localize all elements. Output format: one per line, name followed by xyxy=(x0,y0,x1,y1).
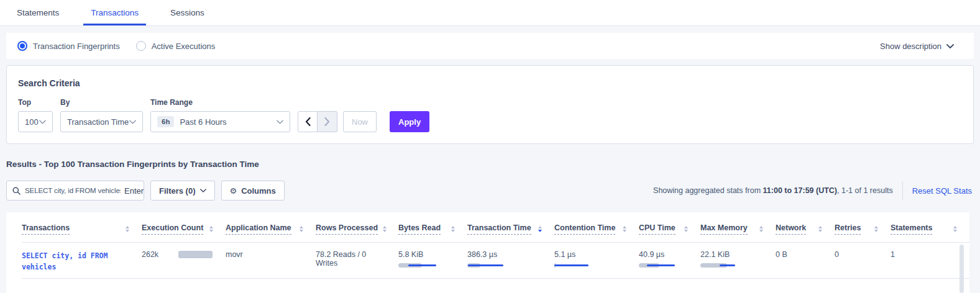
rows-processed-value: 78.2 Reads / 0 Writes xyxy=(316,250,366,268)
chevron-down-icon xyxy=(39,120,46,124)
radio-selected-icon xyxy=(17,41,27,51)
column-header-statements[interactable]: Statements xyxy=(891,223,932,235)
column-header-bytes-read[interactable]: Bytes Read xyxy=(398,223,441,235)
time-range-value: Past 6 Hours xyxy=(180,117,226,127)
contention-time-value: 5.1 µs xyxy=(554,250,626,259)
sort-icon[interactable] xyxy=(623,226,626,232)
show-description-toggle[interactable]: Show description xyxy=(880,42,963,51)
sort-icon[interactable] xyxy=(953,226,957,232)
chevron-down-icon xyxy=(277,120,283,124)
sort-icon[interactable] xyxy=(451,226,455,232)
show-description-label: Show description xyxy=(880,42,941,51)
radio-transaction-fingerprints[interactable]: Transaction Fingerprints xyxy=(17,41,120,51)
filters-button[interactable]: Filters (0) xyxy=(150,181,215,201)
sort-icon[interactable] xyxy=(818,226,822,232)
by-label: By xyxy=(60,98,143,107)
application-name-value: movr xyxy=(226,250,243,259)
cpu-time-value: 40.9 µs xyxy=(639,250,688,259)
search-input[interactable] xyxy=(25,187,121,194)
table-row: SELECT city, id FROM vehicles 262k movr … xyxy=(22,242,969,278)
execution-count-value: 262k xyxy=(142,250,173,259)
chevron-down-icon xyxy=(129,120,136,124)
now-button[interactable]: Now xyxy=(343,111,377,132)
search-criteria-title: Search Criteria xyxy=(18,78,962,88)
contention-time-bar xyxy=(554,263,594,268)
column-header-max-memory[interactable]: Max Memory xyxy=(700,223,748,235)
transaction-time-value: 386.3 µs xyxy=(467,250,542,259)
time-range-label: Time Range xyxy=(150,98,290,107)
column-header-network[interactable]: Network xyxy=(776,223,806,235)
gear-icon: ⚙ xyxy=(230,186,237,196)
max-memory-bar xyxy=(700,263,740,268)
transaction-query-link[interactable]: SELECT city, id FROM vehicles xyxy=(22,250,124,273)
top-select[interactable]: 100 xyxy=(18,111,53,132)
columns-label: Columns xyxy=(241,186,276,196)
retries-value: 0 xyxy=(835,250,839,259)
network-value: 0 B xyxy=(776,250,787,259)
table-scrollbar[interactable] xyxy=(959,245,964,293)
bytes-read-value: 5.8 KiB xyxy=(398,250,455,259)
aggregated-stats-text: Showing aggregated stats from 11:00 to 1… xyxy=(653,186,893,195)
sort-icon[interactable] xyxy=(300,226,303,232)
by-select-value: Transaction Time xyxy=(67,117,129,127)
bytes-read-bar xyxy=(398,263,438,268)
sort-icon[interactable] xyxy=(126,226,129,232)
tab-sessions[interactable]: Sessions xyxy=(163,0,212,25)
transaction-time-bar xyxy=(467,263,507,268)
statements-value: 1 xyxy=(891,250,895,259)
search-criteria-panel: Search Criteria Top 100 By Transaction T… xyxy=(6,65,974,144)
radio-active-executions[interactable]: Active Executions xyxy=(136,41,216,51)
column-header-cpu-time[interactable]: CPU Time xyxy=(639,223,675,235)
sort-icon[interactable] xyxy=(383,226,387,232)
chevron-right-icon xyxy=(324,117,330,126)
radio-unselected-icon xyxy=(136,41,146,51)
cpu-time-bar xyxy=(639,263,679,268)
filters-label: Filters (0) xyxy=(159,186,196,196)
sort-icon[interactable] xyxy=(759,226,763,232)
column-header-application-name[interactable]: Application Name xyxy=(226,223,291,235)
view-toggle-bar: Transaction Fingerprints Active Executio… xyxy=(6,33,974,59)
column-header-rows-processed[interactable]: Rows Processed xyxy=(316,223,378,235)
time-range-prev-button[interactable] xyxy=(298,111,318,132)
time-range-badge: 6h xyxy=(157,116,174,127)
sort-icon[interactable] xyxy=(209,226,213,232)
radio-label: Active Executions xyxy=(152,42,216,51)
by-select[interactable]: Transaction Time xyxy=(60,111,143,132)
chevron-down-icon xyxy=(200,189,206,192)
time-range-select[interactable]: 6h Past 6 Hours xyxy=(150,111,290,132)
results-controls: Enter Filters (0) ⚙ Columns Showing aggr… xyxy=(6,181,974,201)
sort-icon[interactable] xyxy=(874,226,878,232)
columns-button[interactable]: ⚙ Columns xyxy=(221,181,285,201)
sort-icon[interactable] xyxy=(684,226,688,232)
tab-statements[interactable]: Statements xyxy=(9,0,66,25)
chevron-down-icon xyxy=(946,44,954,48)
column-header-execution-count[interactable]: Execution Count xyxy=(142,223,203,235)
column-header-contention-time[interactable]: Contention Time xyxy=(554,223,615,235)
divider xyxy=(902,181,903,200)
execution-count-bar xyxy=(178,251,213,258)
sql-search-box[interactable]: Enter xyxy=(6,181,144,201)
search-submit[interactable]: Enter xyxy=(124,186,144,196)
apply-button[interactable]: Apply xyxy=(390,111,429,132)
radio-label: Transaction Fingerprints xyxy=(33,42,120,51)
top-select-value: 100 xyxy=(25,117,39,127)
sort-icon-active-desc[interactable] xyxy=(538,226,542,232)
chevron-left-icon xyxy=(305,117,311,126)
tab-transactions[interactable]: Transactions xyxy=(83,0,146,25)
column-header-transaction-time[interactable]: Transaction Time xyxy=(467,223,531,235)
column-header-retries[interactable]: Retries xyxy=(835,223,861,235)
top-label: Top xyxy=(18,98,53,107)
max-memory-value: 22.1 KiB xyxy=(700,250,763,259)
page-tabs: Statements Transactions Sessions xyxy=(0,0,980,26)
reset-sql-stats-link[interactable]: Reset SQL Stats xyxy=(912,186,974,196)
results-heading: Results - Top 100 Transaction Fingerprin… xyxy=(6,160,259,169)
transactions-table: Transactions Execution Count Application… xyxy=(6,212,969,293)
time-range-next-button[interactable] xyxy=(318,111,337,132)
search-icon xyxy=(12,187,21,195)
table-header-row: Transactions Execution Count Application… xyxy=(22,212,969,242)
column-header-transactions[interactable]: Transactions xyxy=(22,223,70,235)
